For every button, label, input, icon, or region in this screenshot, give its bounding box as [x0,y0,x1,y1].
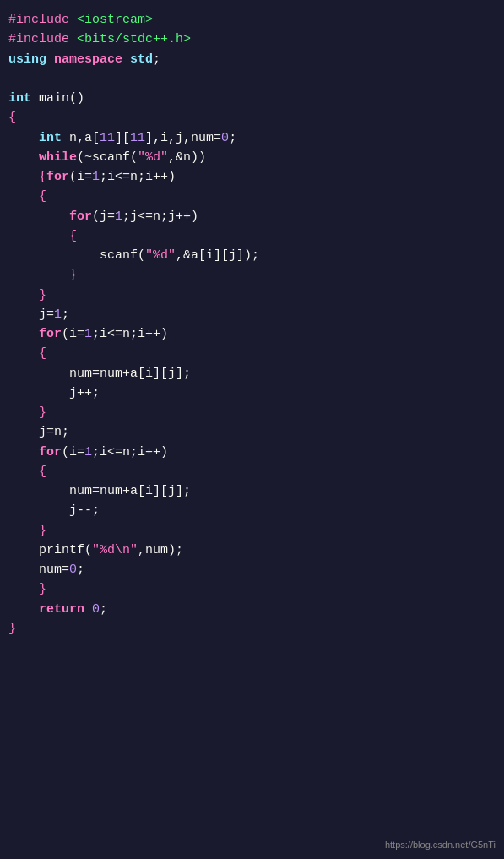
code-line-6: { [8,108,496,128]
code-line-31: return 0; [8,600,496,619]
code-line-23: for(i=1;i<=n;i++) [8,443,496,462]
include-keyword-2: #include [8,32,69,46]
brace-for-9: { [39,170,46,184]
header-2: <bits/stdc++.h> [77,32,191,46]
open-brace-18: { [39,346,46,361]
code-line-4 [8,69,496,89]
code-line-5: int main() [8,89,496,108]
code-line-1: #include <iostream> [8,10,496,30]
include-keyword-1: #include [8,13,69,27]
code-line-11: for(j=1;j<=n;j++) [8,207,496,226]
code-line-8: while(~scanf("%d",&n)) [8,148,496,167]
code-line-13: scanf("%d",&a[i][j]); [8,246,496,265]
code-line-19: num=num+a[i][j]; [8,364,496,383]
code-container: #include <iostream> #include <bits/stdc+… [0,0,504,859]
code-line-14: } [8,265,496,285]
watermark: https://blog.csdn.net/G5nTi [385,838,496,852]
while-keyword: while [39,150,77,165]
code-line-3: using namespace std; [8,50,496,69]
code-line-22: j=n; [8,422,496,442]
code-line-26: j--; [8,501,496,520]
close-brace-27: } [39,524,46,538]
namespace-keyword: namespace [54,52,122,67]
code-line-21: } [8,403,496,422]
return-keyword: return [39,602,84,617]
code-line-7: int n,a[11][11],i,j,num=0; [8,128,496,148]
std-keyword: std [130,52,153,67]
format-string-28: "%d\n" [92,543,138,557]
for-keyword-17: for [39,327,62,341]
open-brace-10: { [39,189,46,204]
close-brace-14: } [69,268,77,282]
code-line-17: for(i=1;i<=n;i++) [8,324,496,344]
code-line-12: { [8,226,496,246]
for-keyword-11: for [69,209,92,224]
code-line-27: } [8,521,496,541]
code-line-28: printf("%d\n",num); [8,541,496,560]
code-line-30: } [8,579,496,599]
code-line-15: } [8,285,496,305]
close-brace-15: } [39,288,46,302]
open-brace-main: { [8,111,16,125]
close-brace-main: } [8,622,16,636]
code-line-25: num=num+a[i][j]; [8,481,496,501]
format-string-13: "%d" [145,248,176,263]
code-line-16: j=1; [8,305,496,324]
open-brace-24: { [39,465,46,479]
code-line-10: { [8,187,496,206]
code-line-18: { [8,344,496,363]
close-brace-21: } [39,405,46,420]
code-line-9: {for(i=1;i<=n;i++) [8,167,496,187]
code-line-29: num=0; [8,560,496,579]
for-keyword-23: for [39,445,62,459]
code-line-20: j++; [8,383,496,403]
format-string-8: "%d" [138,150,168,165]
int-keyword-7: int [39,131,62,145]
header-1: <iostream> [77,13,153,27]
int-keyword-main: int [8,91,31,106]
code-line-24: { [8,462,496,481]
using-keyword: using [8,52,46,67]
code-line-32: } [8,619,496,639]
open-brace-12: { [69,229,77,243]
close-brace-30: } [39,582,46,596]
code-line-2: #include <bits/stdc++.h> [8,30,496,49]
for-keyword-9: for [46,170,69,184]
